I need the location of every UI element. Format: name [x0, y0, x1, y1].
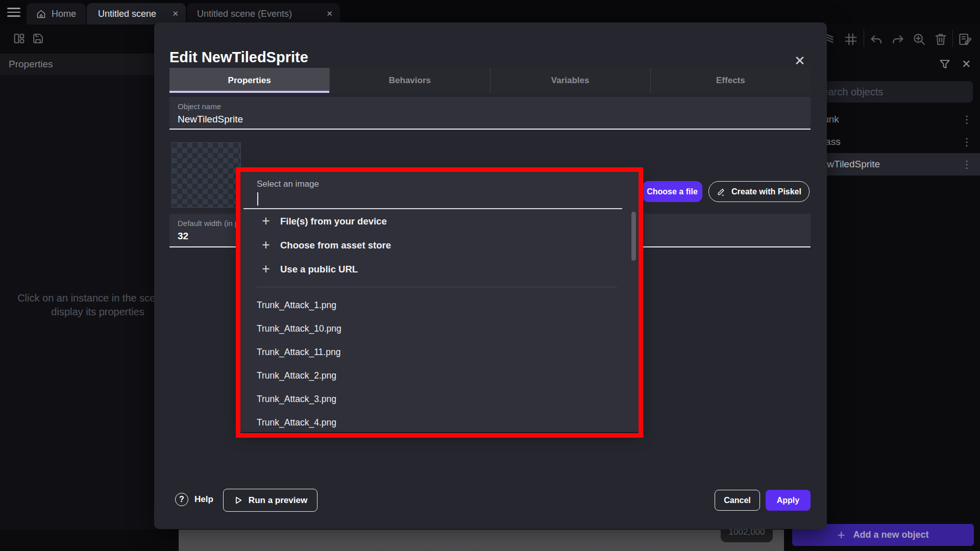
run-a-preview-button[interactable]: Run a preview: [223, 489, 317, 512]
tab-effects[interactable]: Effects: [650, 68, 811, 93]
redo-icon[interactable]: [890, 32, 905, 47]
play-icon: [233, 495, 243, 506]
plus-icon: +: [262, 261, 270, 277]
edit-scene-icon[interactable]: [958, 32, 973, 47]
scene-canvas[interactable]: [179, 530, 784, 551]
close-dialog-icon[interactable]: ✕: [794, 53, 805, 69]
toolbar-divider: [952, 30, 953, 47]
image-preview-checkerboard: [172, 142, 241, 208]
dropdown-divider: [257, 287, 617, 287]
object-name-label: Object name: [178, 102, 221, 111]
tab-untitled-scene-label: Untitled scene: [98, 9, 156, 19]
close-tab-icon[interactable]: ✕: [172, 9, 179, 18]
file-option[interactable]: Trunk_Attack_3.png: [240, 387, 618, 411]
tab-untitled-scene-events[interactable]: Untitled scene (Events) ✕: [187, 3, 340, 24]
hamburger-menu-icon[interactable]: [7, 8, 20, 17]
plus-icon: +: [262, 213, 270, 229]
option-use-public-url[interactable]: + Use a public URL: [240, 257, 618, 281]
plus-icon: +: [262, 237, 270, 253]
save-icon[interactable]: [32, 32, 44, 45]
file-option[interactable]: Trunk_Attack_1.png: [240, 293, 618, 317]
option-choose-from-asset-store[interactable]: + Choose from asset store: [240, 233, 618, 257]
select-image-input[interactable]: [240, 189, 618, 208]
tab-home-label: Home: [52, 9, 76, 19]
properties-panel-title: Properties: [9, 59, 53, 70]
grid-icon[interactable]: [843, 32, 859, 47]
tab-variables[interactable]: Variables: [490, 68, 650, 93]
tab-properties[interactable]: Properties: [169, 68, 329, 93]
toggle-panels-icon[interactable]: [13, 32, 26, 45]
undo-icon[interactable]: [869, 32, 884, 47]
top-tab-bar: Home Untitled scene ✕ Untitled scene (Ev…: [0, 0, 980, 24]
pencil-icon: [717, 187, 726, 196]
search-objects-input[interactable]: Search objects: [808, 81, 973, 103]
help-icon: ?: [175, 493, 188, 506]
select-image-dropdown: Select an image + File(s) from your devi…: [240, 172, 639, 432]
close-panel-icon[interactable]: ✕: [962, 58, 971, 71]
object-menu-icon[interactable]: ⋮: [962, 158, 972, 170]
file-option[interactable]: Trunk_Attack_11.png: [240, 340, 618, 364]
apply-button[interactable]: Apply: [766, 490, 811, 511]
help-button[interactable]: ? Help: [175, 493, 213, 506]
object-menu-icon[interactable]: ⋮: [962, 136, 972, 148]
object-row-grass[interactable]: Grass ⋮: [800, 131, 980, 153]
text-cursor: [257, 192, 258, 206]
tab-behaviors[interactable]: Behaviors: [329, 68, 489, 93]
object-row-trunk[interactable]: Trunk ⋮: [800, 108, 980, 131]
tab-untitled-scene[interactable]: Untitled scene ✕: [87, 3, 186, 24]
object-name-value: NewTiledSprite: [178, 114, 243, 125]
add-new-object-label: Add a new object: [853, 530, 929, 540]
choose-a-file-button[interactable]: Choose a file: [642, 181, 702, 202]
close-tab-icon[interactable]: ✕: [326, 9, 333, 18]
select-image-label: Select an image: [257, 179, 319, 189]
cancel-button[interactable]: Cancel: [715, 490, 760, 511]
home-icon: [36, 9, 46, 19]
file-option[interactable]: Trunk_Attack_2.png: [240, 364, 618, 387]
tab-untitled-scene-events-label: Untitled scene (Events): [197, 9, 292, 19]
dropdown-scrollbar[interactable]: [631, 212, 636, 261]
trash-icon[interactable]: [933, 32, 948, 47]
create-with-piskel-button[interactable]: Create with Piskel: [708, 181, 810, 202]
zoom-in-icon[interactable]: [912, 32, 927, 47]
object-menu-icon[interactable]: ⋮: [962, 113, 972, 126]
dialog-title: Edit NewTiledSprite: [169, 49, 308, 66]
toolbar-divider: [864, 30, 864, 47]
object-name-field[interactable]: Object name NewTiledSprite: [169, 97, 811, 130]
default-width-value: 32: [178, 231, 188, 242]
object-row-newtiledsprite[interactable]: NewTiledSprite ⋮: [800, 153, 980, 176]
option-files-from-device[interactable]: + File(s) from your device: [240, 209, 618, 233]
plus-icon: +: [837, 527, 845, 543]
dialog-tabs: Properties Behaviors Variables Effects: [169, 68, 811, 93]
file-option[interactable]: Trunk_Attack_4.png: [240, 411, 618, 432]
file-option[interactable]: Trunk_Attack_10.png: [240, 317, 618, 340]
filter-icon[interactable]: [938, 58, 951, 71]
tab-home[interactable]: Home: [27, 3, 86, 24]
